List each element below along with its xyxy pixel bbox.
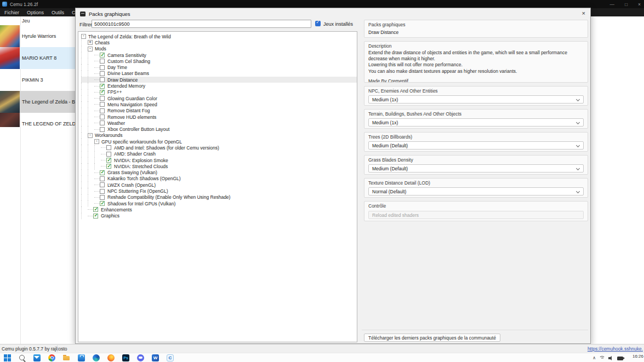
tree-item[interactable]: Shadows for Intel GPUs (Vulkan) <box>81 200 357 206</box>
chrome-icon[interactable] <box>48 354 55 361</box>
tree-checkbox[interactable] <box>100 195 105 200</box>
tree-item[interactable]: +Cheats <box>81 39 357 45</box>
tree-checkbox[interactable] <box>106 152 111 157</box>
graphic-packs-tree[interactable]: -The Legend of Zelda: Breath of the Wild… <box>78 31 357 342</box>
tree-item[interactable]: Extended Memory <box>81 83 357 89</box>
collapse-icon[interactable]: - <box>81 34 86 39</box>
tree-guide <box>88 108 94 114</box>
wifi-icon[interactable] <box>599 355 605 360</box>
expand-icon[interactable]: + <box>88 40 93 45</box>
tree-item[interactable]: -The Legend of Zelda: Breath of the Wild <box>81 33 357 39</box>
dialog-titlebar[interactable]: Packs graphiques × <box>76 8 590 19</box>
tree-checkbox[interactable] <box>100 71 105 76</box>
word-icon[interactable]: W <box>152 354 159 361</box>
installed-games-checkbox[interactable] <box>315 21 321 26</box>
cemu-icon[interactable]: C <box>167 354 174 361</box>
tree-checkbox[interactable] <box>100 189 105 194</box>
microsoft-store-icon[interactable] <box>78 354 85 361</box>
dropdown[interactable]: Medium (Default) <box>368 164 584 173</box>
tree-item[interactable]: NVIDIA: Stretched Clouds <box>81 163 357 169</box>
tree-checkbox[interactable] <box>93 214 98 219</box>
tree-checkbox[interactable] <box>100 114 105 119</box>
dropdown[interactable]: Normal (Default) <box>368 187 584 196</box>
tree-checkbox[interactable] <box>100 96 105 101</box>
menu-item-outils[interactable]: Outils <box>48 10 68 15</box>
start-button-icon[interactable] <box>4 354 11 361</box>
tray-expand-icon[interactable]: ∧ <box>592 355 596 361</box>
filter-input[interactable] <box>92 20 311 28</box>
tree-item[interactable]: -Mods <box>81 46 357 52</box>
tree-item[interactable]: Draw Distance <box>81 77 357 83</box>
tree-checkbox[interactable] <box>100 120 105 125</box>
minimize-button[interactable]: — <box>609 2 614 7</box>
tree-item[interactable]: FPS++ <box>81 89 357 95</box>
tree-checkbox[interactable] <box>93 207 98 212</box>
tree-item[interactable]: Camera Sensitivity <box>81 52 357 58</box>
tree-item-label: Xbox Controller Button Layout <box>107 127 169 132</box>
tree-checkbox[interactable] <box>100 53 105 58</box>
close-button[interactable]: × <box>638 2 641 7</box>
tree-checkbox[interactable] <box>106 158 111 163</box>
tree-item[interactable]: Custom Cel Shading <box>81 58 357 64</box>
tree-checkbox[interactable] <box>100 176 105 181</box>
tree-checkbox[interactable] <box>106 145 111 150</box>
file-explorer-icon[interactable] <box>63 354 70 361</box>
mail-icon[interactable] <box>33 354 41 361</box>
tree-checkbox[interactable] <box>100 201 105 206</box>
game-list-column-header[interactable]: Jeu <box>22 16 30 25</box>
reload-shaders-button[interactable]: Reload edited shaders <box>368 211 584 219</box>
tree-item[interactable]: Remove HUD elements <box>81 114 357 120</box>
camera-icon[interactable] <box>617 357 623 360</box>
volume-icon[interactable] <box>608 355 614 361</box>
tree-item[interactable]: -Workarounds <box>81 133 357 139</box>
dropdown[interactable]: Medium (Default) <box>368 141 584 150</box>
cemuhook-link[interactable]: https://cemuhook.sshnuke. <box>588 346 643 352</box>
tree-checkbox[interactable] <box>100 182 105 187</box>
tree-item[interactable]: Xbox Controller Button Layout <box>81 126 357 132</box>
tree-checkbox[interactable] <box>100 102 105 107</box>
dialog-close-icon[interactable]: × <box>582 10 585 17</box>
tree-item[interactable]: NPC Stuttering Fix (OpenGL) <box>81 188 357 194</box>
collapse-icon[interactable]: - <box>88 47 93 51</box>
photoshop-icon[interactable]: Ps <box>122 354 129 361</box>
collapse-icon[interactable]: - <box>88 133 93 138</box>
tree-item[interactable]: NVIDIA: Explosion Smoke <box>81 157 357 163</box>
tree-guide <box>81 46 88 52</box>
dropdown[interactable]: Medium (1x) <box>368 118 584 127</box>
tree-item[interactable]: Glowing Guardian Color <box>81 95 357 101</box>
maximize-button[interactable]: □ <box>625 2 628 7</box>
clock[interactable]: 16:26 <box>632 354 643 359</box>
tree-checkbox[interactable] <box>106 164 111 169</box>
firefox-icon[interactable] <box>107 354 115 361</box>
collapse-icon[interactable]: - <box>94 139 99 144</box>
tree-item[interactable]: Grass Swaying (Vulkan) <box>81 170 357 176</box>
tree-checkbox[interactable] <box>100 65 105 70</box>
tree-item[interactable]: Enhancements <box>81 206 357 212</box>
tree-item[interactable]: AMD: Shader Crash <box>81 151 357 157</box>
download-community-packs-button[interactable]: Télécharger les derniers packs graphique… <box>364 334 500 342</box>
tree-checkbox[interactable] <box>100 59 105 64</box>
tree-checkbox[interactable] <box>100 77 105 82</box>
edge-icon[interactable] <box>93 354 100 361</box>
tree-item[interactable]: Kakariko Torch Shadows (OpenGL) <box>81 176 357 182</box>
tree-item[interactable]: Remove Distant Fog <box>81 108 357 114</box>
tree-item[interactable]: Day Time <box>81 64 357 70</box>
search-icon[interactable] <box>19 354 26 361</box>
tree-item[interactable]: Reshade Compatibility (Enable Only When … <box>81 194 357 200</box>
tree-item[interactable]: LWZX Crash (OpenGL) <box>81 182 357 188</box>
discord-icon[interactable] <box>137 354 144 361</box>
tree-item[interactable]: AMD and Intel: Shadows (for older Cemu v… <box>81 145 357 151</box>
tree-item[interactable]: Graphics <box>81 213 357 219</box>
tree-checkbox[interactable] <box>100 170 105 175</box>
dropdown[interactable]: Medium (1x) <box>368 95 584 104</box>
tree-checkbox[interactable] <box>100 108 105 113</box>
tree-item[interactable]: Divine Laser Beams <box>81 71 357 77</box>
tree-checkbox[interactable] <box>100 127 105 132</box>
tree-item[interactable]: Weather <box>81 120 357 126</box>
tree-item[interactable]: Menu Navigation Speed <box>81 101 357 107</box>
menu-item-fichier[interactable]: Fichier <box>1 10 23 15</box>
tree-checkbox[interactable] <box>100 84 105 89</box>
tree-item[interactable]: -GPU specific workarounds for OpenGL <box>81 139 357 145</box>
tree-checkbox[interactable] <box>100 90 105 95</box>
menu-item-options[interactable]: Options <box>23 10 48 15</box>
